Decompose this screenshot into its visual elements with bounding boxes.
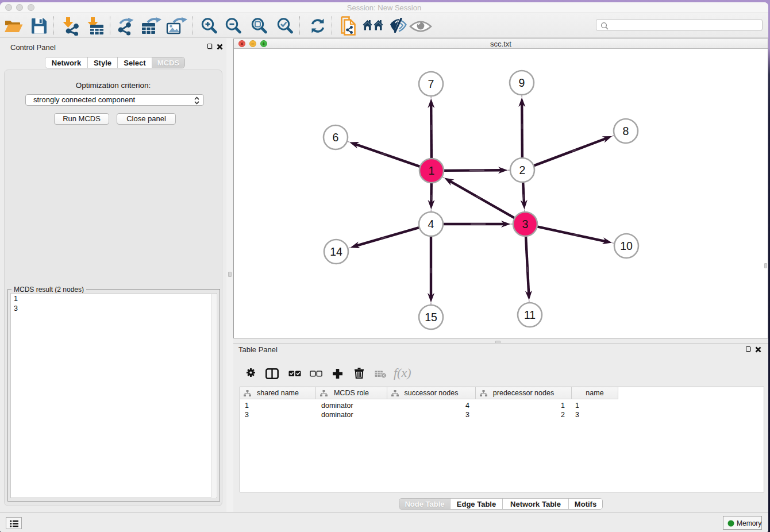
svg-text:3: 3 bbox=[522, 218, 529, 230]
svg-text:8: 8 bbox=[623, 125, 629, 137]
svg-text:1: 1 bbox=[429, 164, 435, 177]
svg-text:6: 6 bbox=[333, 131, 339, 144]
svg-text:2: 2 bbox=[519, 164, 526, 176]
svg-text:10: 10 bbox=[620, 240, 633, 252]
svg-text:7: 7 bbox=[428, 78, 434, 90]
svg-text:9: 9 bbox=[519, 76, 525, 89]
svg-text:4: 4 bbox=[428, 218, 434, 230]
svg-text:15: 15 bbox=[425, 311, 437, 323]
svg-text:14: 14 bbox=[330, 245, 342, 258]
svg-text:11: 11 bbox=[524, 309, 536, 321]
